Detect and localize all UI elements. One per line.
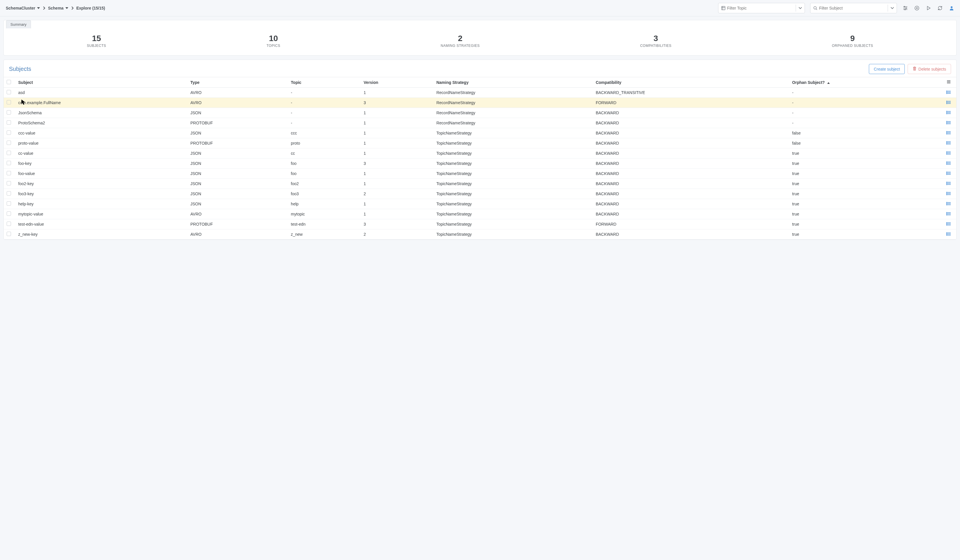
row-checkbox[interactable] (6, 110, 11, 115)
row-checkbox[interactable] (6, 191, 11, 195)
svg-point-76 (947, 183, 947, 184)
row-checkbox[interactable] (6, 120, 11, 125)
col-subject[interactable]: Subject (15, 77, 187, 88)
col-type[interactable]: Type (187, 77, 288, 88)
filter-subject-input[interactable] (810, 6, 888, 10)
cell-version: 3 (361, 98, 434, 108)
columns-options-icon[interactable] (946, 80, 951, 85)
topbar: SchemaCluster Schema Explore (15/15) (0, 0, 960, 16)
col-topic[interactable]: Topic (288, 77, 360, 88)
chevron-down-icon[interactable] (888, 7, 897, 9)
svg-point-53 (947, 144, 947, 144)
chevron-down-icon[interactable] (796, 7, 805, 9)
table-row[interactable]: ProtoSchema2PROTOBUF-1RecordNameStrategy… (4, 118, 956, 128)
row-checkbox[interactable] (6, 141, 11, 145)
row-checkbox[interactable] (6, 130, 11, 135)
row-checkbox[interactable] (6, 161, 11, 165)
row-details-icon[interactable] (946, 171, 951, 175)
svg-point-33 (947, 111, 947, 112)
row-details-icon[interactable] (946, 232, 951, 236)
table-row[interactable]: proto-valuePROTOBUFproto1TopicNameStrate… (4, 138, 956, 149)
row-details-icon[interactable] (946, 212, 951, 216)
delete-subjects-button[interactable]: Delete subjects (908, 64, 951, 74)
table-row[interactable]: com.example.FullNameAVRO-3RecordNameStra… (4, 98, 956, 108)
table-row[interactable]: foo3-keyJSONfoo32TopicNameStrategyBACKWA… (4, 189, 956, 199)
table-row[interactable]: mytopic-valueAVROmytopic1TopicNameStrate… (4, 209, 956, 219)
row-checkbox[interactable] (6, 211, 11, 216)
table-row[interactable]: asdAVRO-1RecordNameStrategyBACKWARD_TRAN… (4, 88, 956, 98)
col-options (944, 77, 956, 88)
cell-version: 1 (361, 138, 434, 149)
row-details-icon[interactable] (946, 90, 951, 94)
cell-version: 1 (361, 179, 434, 189)
row-details-icon[interactable] (946, 100, 951, 104)
table-row[interactable]: foo-valueJSONfoo1TopicNameStrategyBACKWA… (4, 169, 956, 179)
table-row[interactable]: ccc-valueJSONccc1TopicNameStrategyBACKWA… (4, 128, 956, 138)
svg-point-64 (947, 163, 947, 163)
cell-actions (944, 199, 956, 209)
table-row[interactable]: cc-valueJSONcc1TopicNameStrategyBACKWARD… (4, 149, 956, 158)
create-subject-button[interactable]: Create subject (869, 64, 905, 74)
svg-point-52 (947, 142, 947, 143)
cell-naming: TopicNameStrategy (434, 199, 593, 209)
table-row[interactable]: z_new-keyAVROz_new2TopicNameStrategyBACK… (4, 229, 956, 240)
col-naming[interactable]: Naming Strategy (434, 77, 593, 88)
row-check-cell (4, 128, 15, 138)
user-icon[interactable] (949, 5, 954, 11)
breadcrumb-explore[interactable]: Explore (15/15) (77, 6, 105, 10)
cell-naming: TopicNameStrategy (434, 149, 593, 158)
svg-point-87 (947, 202, 947, 203)
row-checkbox[interactable] (6, 151, 11, 155)
col-compat[interactable]: Compatibility (593, 77, 789, 88)
cell-compat: BACKWARD (593, 128, 789, 138)
row-details-icon[interactable] (946, 181, 951, 186)
breadcrumb-schema[interactable]: Schema (48, 6, 68, 10)
close-circle-icon[interactable] (914, 5, 920, 11)
filter-topic-input[interactable] (718, 6, 796, 10)
filter-subject-select[interactable] (810, 3, 897, 13)
row-details-icon[interactable] (946, 151, 951, 155)
caret-down-icon (66, 6, 68, 10)
filter-topic-select[interactable] (718, 3, 805, 13)
row-details-icon[interactable] (946, 141, 951, 145)
table-row[interactable]: foo2-keyJSONfoo21TopicNameStrategyBACKWA… (4, 179, 956, 189)
sliders-icon[interactable] (903, 5, 908, 11)
select-all-checkbox[interactable] (6, 80, 11, 84)
row-checkbox[interactable] (6, 181, 11, 186)
row-details-icon[interactable] (946, 222, 951, 226)
row-checkbox[interactable] (6, 222, 11, 226)
row-details-icon[interactable] (946, 161, 951, 165)
svg-point-59 (947, 154, 947, 154)
row-details-icon[interactable] (946, 110, 951, 115)
stat-item: 3COMPATIBILITIES (640, 34, 671, 48)
row-checkbox[interactable] (6, 100, 11, 104)
col-version[interactable]: Version (361, 77, 434, 88)
cell-topic: - (288, 108, 360, 118)
svg-point-75 (947, 182, 947, 182)
breadcrumb-cluster[interactable]: SchemaCluster (6, 6, 40, 10)
play-icon[interactable] (926, 5, 931, 11)
row-details-icon[interactable] (946, 131, 951, 135)
table-row[interactable]: test-edn-valuePROTOBUFtest-edn3TopicName… (4, 219, 956, 229)
row-checkbox[interactable] (6, 232, 11, 236)
cell-orphan: true (789, 189, 944, 199)
table-row[interactable]: help-keyJSONhelp1TopicNameStrategyBACKWA… (4, 199, 956, 209)
summary-tab[interactable]: Summary (6, 20, 31, 28)
row-checkbox[interactable] (6, 90, 11, 94)
row-details-icon[interactable] (946, 202, 951, 206)
row-checkbox[interactable] (6, 171, 11, 175)
cell-version: 3 (361, 219, 434, 229)
svg-point-29 (947, 103, 947, 104)
stat-item: 15SUBJECTS (87, 34, 106, 48)
table-row[interactable]: JsonSchemaJSON-1RecordNameStrategyBACKWA… (4, 108, 956, 118)
row-details-icon[interactable] (946, 121, 951, 125)
row-checkbox[interactable] (6, 201, 11, 206)
col-orphan-label: Orphan Subject? (792, 80, 825, 85)
refresh-icon[interactable] (938, 5, 942, 11)
row-details-icon[interactable] (946, 192, 951, 195)
cell-orphan: - (789, 108, 944, 118)
cell-subject: foo3-key (15, 189, 187, 199)
col-orphan[interactable]: Orphan Subject? (789, 77, 944, 88)
table-row[interactable]: foo-keyJSONfoo3TopicNameStrategyBACKWARD… (4, 158, 956, 169)
svg-point-99 (947, 222, 947, 223)
